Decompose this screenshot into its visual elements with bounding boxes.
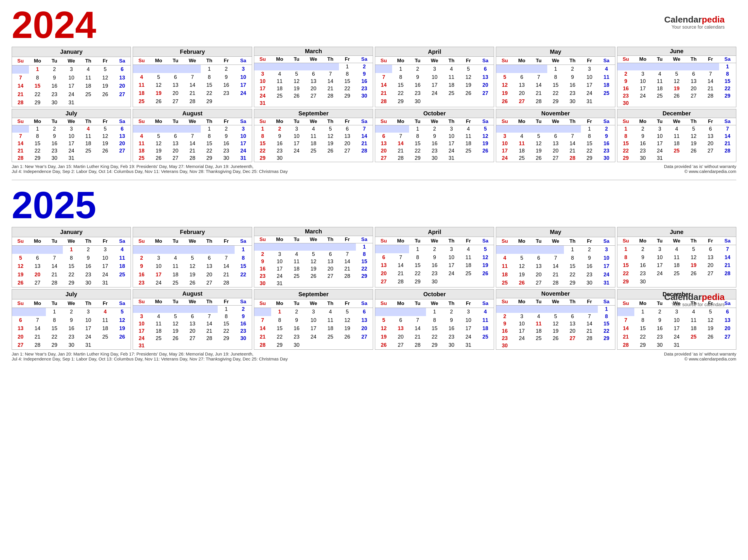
td: 29: [29, 98, 46, 107]
month-name-jan-2024: January: [12, 47, 131, 57]
month-aug-2025: August SuMoTuWeThFrSa 12 3456789 1011121…: [133, 289, 252, 350]
month-name-mar-2024: March: [254, 47, 373, 56]
td: 28: [12, 98, 29, 107]
month-name-oct-2025: October: [375, 289, 494, 299]
month-apr-2025: April SuMoTuWeThFrSa 12345 6789101112 13…: [375, 227, 494, 287]
month-name-jul-2025: July: [12, 289, 131, 299]
month-name-aug-2024: August: [133, 109, 252, 118]
data-note-2024: Data provided 'as is' without warranty: [664, 164, 736, 169]
td: 13: [114, 74, 131, 82]
dh-su: Su: [12, 57, 29, 65]
month-name-feb-2025: February: [133, 227, 252, 237]
td: 27: [114, 90, 131, 98]
td: [114, 98, 131, 107]
dh-tu: Tu: [46, 57, 63, 65]
td: 8: [29, 74, 46, 82]
footnote1-2024: Jan 1: New Year's Day, Jan 15: Martin Lu…: [12, 164, 736, 169]
footnote1-2025: Jan 1: New Year's Day, Jan 20: Martin Lu…: [12, 351, 736, 356]
month-name-may-2024: May: [496, 47, 615, 57]
footnotes-2024: Data provided 'as is' without warranty ©…: [12, 164, 736, 174]
dh-fr: Fr: [97, 57, 114, 65]
td: 20: [114, 82, 131, 90]
td: 26: [97, 90, 114, 98]
month-name-nov-2024: November: [496, 109, 615, 118]
divider: [12, 180, 736, 180]
2024-bottom-row: July SuMoTuWeThFrSa 123456 78910111213 1…: [12, 109, 736, 162]
month-name-jun-2024: June: [617, 47, 736, 56]
year-2025-section: 2025 January SuMoTuWeThFrSa 1234 5678910…: [12, 186, 736, 361]
month-feb-2024: February SuMoTuWeThFrSa 123 45678910 111…: [133, 47, 252, 107]
month-name-oct-2024: October: [375, 109, 494, 118]
year-2025-title: 2025: [12, 186, 736, 224]
td: 3: [63, 65, 80, 74]
td: 4: [80, 65, 97, 74]
td: 19: [97, 82, 114, 90]
month-name-apr-2024: April: [375, 47, 494, 57]
month-name-nov-2025: November: [496, 289, 615, 298]
month-jan-2025: January SuMoTuWeThFrSa 1234 567891011 12…: [12, 227, 131, 287]
month-aug-2024: August SuMoTuWeThFrSa 123 45678910 11121…: [133, 109, 252, 162]
month-jun-2024: June SuMoTuWeThFrSa 1 2345678 9101112131…: [617, 47, 736, 107]
td: 21: [12, 90, 29, 98]
dh-sa: Sa: [114, 57, 131, 65]
month-name-sep-2025: September: [254, 289, 373, 299]
month-jan-2024: January Su Mo Tu We Th Fr Sa 1 2 3 4 5: [12, 47, 131, 107]
month-jun-2025: June SuMoTuWeThFrSa 1234567 891011121314…: [617, 227, 736, 287]
year-2024-title: 2024: [12, 6, 736, 44]
td: 7: [12, 74, 29, 82]
td: 9: [46, 74, 63, 82]
td: 6: [114, 65, 131, 74]
td: 11: [80, 74, 97, 82]
month-name-dec-2024: December: [617, 109, 736, 118]
footnote2-2025: Jul 4: Independence Day, Sep 1: Labor Da…: [12, 356, 736, 361]
td: 17: [63, 82, 80, 90]
year-2024-section: 2024 January Su Mo Tu We Th Fr Sa 1 2: [12, 6, 736, 174]
2025-top-row: January SuMoTuWeThFrSa 1234 567891011 12…: [12, 227, 736, 287]
td: 25: [80, 90, 97, 98]
month-name-feb-2024: February: [133, 47, 252, 57]
month-name-mar-2025: March: [254, 227, 373, 236]
month-name-aug-2025: August: [133, 289, 252, 298]
month-sep-2025: September SuMoTuWeThFrSa 123456 78910111…: [254, 289, 373, 350]
month-nov-2025: November SuMoTuWeThFrSa 1 2345678 910111…: [496, 289, 615, 350]
td: 31: [63, 98, 80, 107]
td: [80, 98, 97, 107]
month-oct-2025: October SuMoTuWeThFrSa 1234 567891011 12…: [375, 289, 494, 350]
dh-mo: Mo: [29, 57, 46, 65]
2024-top-row: January Su Mo Tu We Th Fr Sa 1 2 3 4 5: [12, 47, 736, 107]
month-dec-2024: December SuMoTuWeThFrSa 1234567 89101112…: [617, 109, 736, 162]
td: 2: [46, 65, 63, 74]
month-name-jul-2024: July: [12, 109, 131, 118]
month-jul-2025: July SuMoTuWeThFrSa 12345 6789101112 131…: [12, 289, 131, 350]
td: 5: [97, 65, 114, 74]
url-2025: © www.calendarpedia.com: [664, 356, 736, 361]
td: 18: [80, 82, 97, 90]
brand-name-2024: Calendarpedia: [664, 15, 725, 24]
brand-tagline-2024: Your source for calendars: [664, 25, 725, 30]
month-may-2025: May SuMoTuWeThFrSa 123 45678910 11121314…: [496, 227, 615, 287]
td: 15: [29, 82, 46, 90]
td: [97, 98, 114, 107]
month-mar-2024: March SuMoTuWeThFrSa 12 3456789 10111213…: [254, 47, 373, 107]
td: 30: [46, 98, 63, 107]
footnotes-left-2024: Jan 1: New Year's Day, Jan 15: Martin Lu…: [12, 164, 736, 174]
month-apr-2024: April SuMoTuWeThFrSa 123456 78910111213 …: [375, 47, 494, 107]
month-name-jun-2025: June: [617, 227, 736, 237]
td: 12: [97, 74, 114, 82]
dh-th: Th: [80, 57, 97, 65]
footnotes-left-2025: Jan 1: New Year's Day, Jan 20: Martin Lu…: [12, 351, 736, 361]
url-2024: © www.calendarpedia.com: [664, 169, 736, 174]
data-note-2025: Data provided 'as is' without warranty: [664, 351, 736, 356]
brand-tagline-2025: Your source for calendars: [664, 302, 725, 307]
month-feb-2025: February SuMoTuWeThFrSa 1 2345678 910111…: [133, 227, 252, 287]
footnotes-right-2025: Data provided 'as is' without warranty ©…: [664, 351, 736, 361]
footnote2-2024: Jul 4: Independence Day, Sep 2: Labor Da…: [12, 169, 736, 174]
month-jul-2024: July SuMoTuWeThFrSa 123456 78910111213 1…: [12, 109, 131, 162]
dh-we: We: [63, 57, 80, 65]
td: [12, 65, 29, 74]
month-oct-2024: October SuMoTuWeThFrSa 12345 6789101112 …: [375, 109, 494, 162]
td: 14: [12, 82, 29, 90]
month-name-sep-2024: September: [254, 109, 373, 118]
month-mar-2025: March SuMoTuWeThFrSa 1 2345678 910111213…: [254, 227, 373, 287]
month-name-jan-2025: January: [12, 227, 131, 237]
